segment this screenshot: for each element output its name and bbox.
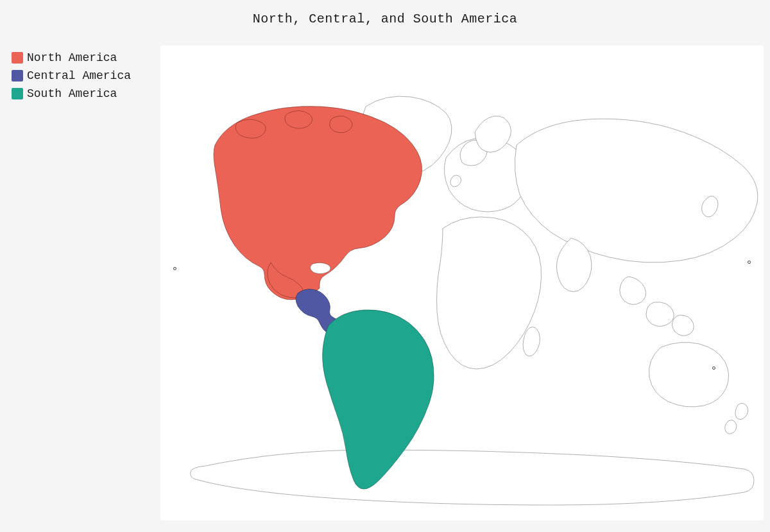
legend-swatch-icon (12, 88, 23, 99)
legend-label: North America (27, 49, 117, 66)
content-row: North America Central America South Amer… (0, 46, 770, 531)
map-panel[interactable] (160, 46, 764, 520)
legend-item-north-america[interactable]: North America (12, 49, 160, 66)
region-australia (649, 342, 728, 407)
region-caribbean (311, 262, 330, 273)
region-antarctica (191, 450, 754, 505)
legend-swatch-icon (12, 52, 23, 64)
world-map-svg (160, 46, 764, 520)
region-se-asia (620, 277, 694, 336)
island-speck-icon (712, 366, 715, 370)
legend-item-south-america[interactable]: South America (12, 85, 160, 102)
region-madagascar (523, 327, 540, 356)
legend-swatch-icon (12, 70, 23, 82)
region-asia (515, 119, 757, 262)
region-new-zealand (725, 403, 748, 434)
island-speck-icon (173, 267, 176, 270)
legend-item-central-america[interactable]: Central America (12, 67, 160, 84)
legend-label: Central America (27, 67, 131, 84)
page-title: North, Central, and South America (0, 0, 770, 46)
legend-label: South America (27, 85, 117, 102)
legend: North America Central America South Amer… (0, 46, 160, 103)
island-speck-icon (748, 261, 751, 264)
